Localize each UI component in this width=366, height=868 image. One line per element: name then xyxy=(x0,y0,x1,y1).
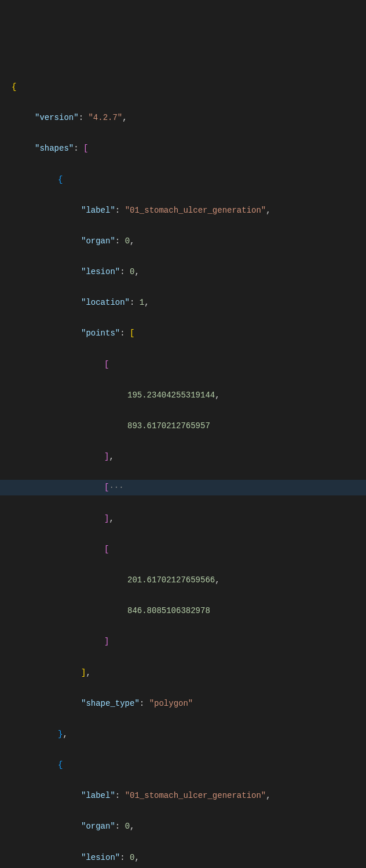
code-line: "lesion": 0, xyxy=(0,264,366,280)
code-line: "organ": 0, xyxy=(0,819,366,834)
code-line: { xyxy=(0,757,366,773)
code-line: 846.8085106382978 xyxy=(0,603,366,619)
code-line: ], xyxy=(0,449,366,465)
code-line: "shape_type": "polygon" xyxy=(0,696,366,712)
code-line: }, xyxy=(0,727,366,742)
code-line: "label": "01_stomach_ulcer_generation", xyxy=(0,203,366,218)
code-line: "location": 1, xyxy=(0,295,366,311)
json-editor[interactable]: { "version": "4.2.7", "shapes": [ { "lab… xyxy=(0,64,366,868)
code-line: ], xyxy=(0,511,366,527)
code-line: ], xyxy=(0,665,366,681)
code-line-folded[interactable]: [··· xyxy=(0,480,366,495)
code-line: [ xyxy=(0,542,366,557)
code-line: { xyxy=(0,172,366,188)
code-line: "organ": 0, xyxy=(0,234,366,249)
code-line: "version": "4.2.7", xyxy=(0,110,366,126)
code-line: 201.61702127659566, xyxy=(0,572,366,588)
code-line: "lesion": 0, xyxy=(0,850,366,866)
code-line: [ xyxy=(0,357,366,373)
code-line: 195.23404255319144, xyxy=(0,388,366,403)
code-line: "shapes": [ xyxy=(0,141,366,156)
code-line: "points": [ xyxy=(0,326,366,341)
code-line: { xyxy=(0,79,366,95)
code-line: ] xyxy=(0,634,366,650)
code-line: 893.6170212765957 xyxy=(0,418,366,434)
code-line: "label": "01_stomach_ulcer_generation", xyxy=(0,788,366,804)
